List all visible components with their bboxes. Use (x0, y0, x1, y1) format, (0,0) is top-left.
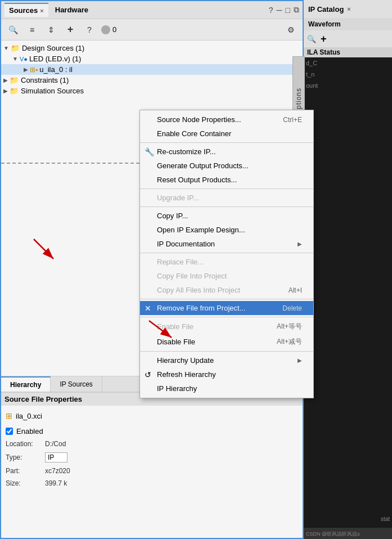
waveform-header: Waveform (304, 18, 392, 30)
separator-1 (140, 142, 313, 143)
waveform-add-icon[interactable]: + (321, 33, 327, 45)
gear-icon: ⚙ (287, 25, 295, 34)
ip-documentation-arrow: ▶ (298, 241, 302, 247)
enable-file-label: Enable File (157, 322, 193, 331)
enable-file-item: Enable File Alt+等号 (140, 319, 313, 334)
collapse-button[interactable]: ≡ (25, 23, 39, 37)
remove-file-from-project-label: Remove File from Project... (157, 304, 246, 312)
part-value: xc7z020 (45, 467, 70, 475)
restore-tab-btn[interactable]: ⧉ (294, 5, 299, 15)
type-row: Type: IP (6, 452, 298, 462)
design-sources-label: Design Sources (1) (22, 44, 84, 52)
constraints-item[interactable]: ▶ 📁 Constraints (1) (1, 75, 303, 86)
part-row: Part: xc7z020 (6, 467, 298, 475)
ip-catalog-label: IP Catalog (308, 5, 344, 14)
maximize-tab-btn[interactable]: □ (286, 6, 290, 15)
search-icon: 🔍 (8, 25, 18, 34)
question-button[interactable]: ? (82, 23, 97, 37)
source-node-properties-shortcut: Ctrl+E (283, 116, 302, 124)
copy-file-into-project-item: Copy File Into Project (140, 269, 313, 283)
location-row: Location: D:/Cod (6, 440, 298, 448)
design-sources-chevron: ▼ (3, 45, 9, 51)
type-label: Type: (6, 453, 45, 461)
copy-ip-item[interactable]: Copy IP... (140, 209, 313, 223)
simulation-folder-icon: 📁 (10, 87, 19, 95)
sources-tab[interactable]: Sources × (4, 3, 48, 17)
location-value: D:/Cod (45, 440, 66, 448)
design-sources-item[interactable]: ▼ 📁 Design Sources (1) (1, 43, 303, 53)
ila-status-bar: ILA Status (304, 47, 392, 57)
property-file-name: ila_0.xci (16, 412, 42, 420)
led-chevron: ▼ (12, 56, 18, 62)
separator-3 (140, 206, 313, 207)
verilog-icon: V● (20, 56, 28, 62)
open-ip-example-design-label: Open IP Example Design... (157, 226, 245, 234)
separator-2 (140, 188, 313, 189)
hardware-tab[interactable]: Hardware (51, 3, 93, 16)
hierarchy-tab[interactable]: Hierarchy (1, 376, 51, 392)
reset-output-products-item[interactable]: Reset Output Products... (140, 173, 313, 187)
disable-file-label: Disable File (157, 338, 195, 346)
separator-5 (140, 299, 313, 299)
design-sources-folder-icon: 📁 (11, 44, 20, 52)
sources-tab-close[interactable]: × (40, 7, 43, 14)
generate-output-products-label: Generate Output Products... (157, 161, 249, 170)
u-ila-label: u_ila_0 : il (39, 65, 73, 74)
generate-output-products-item[interactable]: Generate Output Products... (140, 159, 313, 173)
simulation-sources-item[interactable]: ▶ 📁 Simulation Sources (1, 86, 303, 96)
minimize-tab-btn[interactable]: ─ (277, 6, 282, 15)
question-icon: ? (87, 25, 92, 34)
part-label: Part: (6, 467, 45, 475)
ip-hierarchy-item[interactable]: IP Hierarchy (140, 381, 313, 396)
size-label: Size: (6, 479, 45, 487)
enabled-label: Enabled (16, 427, 43, 435)
source-node-properties-label: Source Node Properties... (157, 115, 241, 124)
enable-core-container-item[interactable]: Enable Core Container (140, 127, 313, 141)
refresh-hierarchy-item[interactable]: ↺ Refresh Hierarchy (140, 367, 313, 381)
remove-x-icon: ✕ (145, 304, 151, 313)
toolbar: 🔍 ≡ ⇕ + ? 0 ⚙ (1, 19, 303, 41)
hierarchy-tab-label: Hierarchy (10, 381, 41, 389)
recustomize-ip-item[interactable]: 🔧 Re-customize IP... (140, 145, 313, 159)
expand-icon: ⇕ (48, 25, 55, 34)
ip-documentation-item[interactable]: IP Documentation ▶ (140, 237, 313, 251)
expand-button[interactable]: ⇕ (44, 23, 58, 37)
help-tab-btn[interactable]: ? (269, 6, 273, 15)
reset-output-products-label: Reset Output Products... (157, 176, 237, 184)
hierarchy-update-item[interactable]: Hierarchy Update ▶ (140, 353, 313, 367)
disable-file-item[interactable]: Disable File Alt+减号 (140, 334, 313, 349)
upgrade-ip-label: Upgrade IP... (157, 194, 199, 202)
copy-all-files-shortcut: Alt+I (289, 286, 302, 294)
badge-container: 0 (101, 25, 116, 34)
ip-catalog-bar: IP Catalog × (304, 0, 392, 18)
sources-tab-bar: Sources × Hardware ? ─ □ ⧉ (1, 1, 303, 19)
enabled-checkbox[interactable] (6, 428, 13, 435)
separator-4 (140, 253, 313, 253)
refresh-hierarchy-label: Refresh Hierarchy (157, 370, 216, 379)
constraints-chevron: ▶ (3, 77, 8, 83)
ip-catalog-close[interactable]: × (347, 6, 350, 12)
remove-file-from-project-item[interactable]: ✕ Remove File from Project... Delete (140, 301, 313, 315)
settings-button[interactable]: ⚙ (283, 23, 298, 37)
disable-file-shortcut: Alt+减号 (277, 337, 302, 347)
hardware-tab-label: Hardware (55, 6, 88, 14)
waveform-search-icon[interactable]: 🔍 (307, 35, 316, 43)
search-button[interactable]: 🔍 (6, 23, 20, 37)
remove-file-shortcut: Delete (282, 304, 302, 312)
csdn-watermark: CSDN @听风说听风说s (304, 528, 392, 539)
waveform-toolbar: 🔍 + (304, 30, 392, 47)
led-file-item[interactable]: ▼ V● LED (LED.v) (1) (1, 53, 303, 64)
open-ip-example-design-item[interactable]: Open IP Example Design... (140, 223, 313, 237)
simulation-chevron: ▶ (3, 88, 8, 94)
enable-file-shortcut: Alt+等号 (277, 322, 302, 331)
recustomize-ip-label: Re-customize IP... (157, 147, 216, 156)
copy-all-files-item: Copy All Files Into Project Alt+I (140, 283, 313, 297)
source-node-properties-item[interactable]: Source Node Properties... Ctrl+E (140, 113, 313, 127)
u-ila-item[interactable]: ▶ ⊞▪ u_ila_0 : il (1, 64, 303, 75)
add-button[interactable]: + (63, 23, 78, 37)
sources-tab-label: Sources (9, 6, 38, 15)
ip-sources-tab[interactable]: IP Sources (51, 376, 102, 392)
dark-text-1: d_C (304, 57, 392, 69)
size-value: 399.7 k (45, 479, 67, 487)
badge-count: 0 (112, 25, 116, 34)
